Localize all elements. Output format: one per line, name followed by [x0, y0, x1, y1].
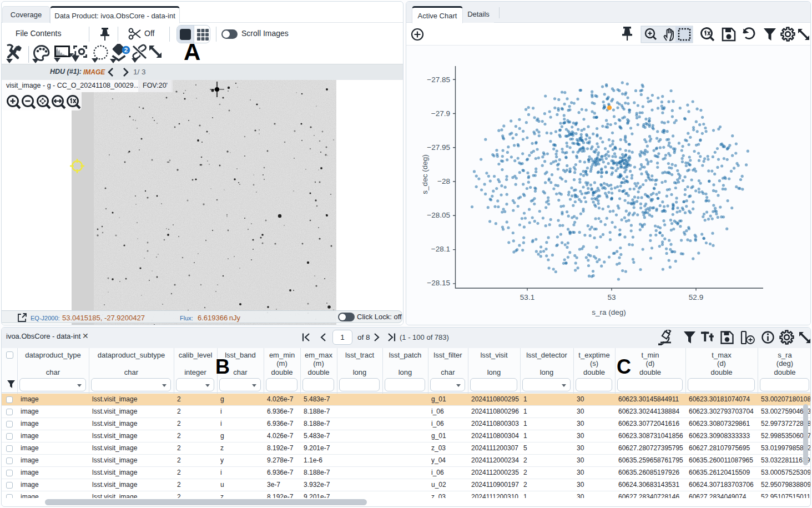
svg-text:−28: −28	[437, 177, 450, 185]
svg-text:2: 2	[124, 47, 128, 53]
svg-text:52.9: 52.9	[689, 293, 703, 301]
svg-text:−28.1: −28.1	[431, 245, 450, 253]
svg-text:−27.85: −27.85	[427, 76, 450, 84]
svg-text:53: 53	[607, 293, 616, 301]
svg-text:−27.9: −27.9	[431, 109, 450, 118]
svg-text:−28.05: −28.05	[427, 211, 450, 219]
svg-text:−27.95: −27.95	[427, 143, 450, 152]
svg-text:−28.15: −28.15	[427, 279, 450, 287]
svg-text:s_dec (deg): s_dec (deg)	[421, 154, 429, 194]
svg-text:s_ra (deg): s_ra (deg)	[592, 308, 626, 316]
svg-text:53.1: 53.1	[520, 293, 534, 301]
